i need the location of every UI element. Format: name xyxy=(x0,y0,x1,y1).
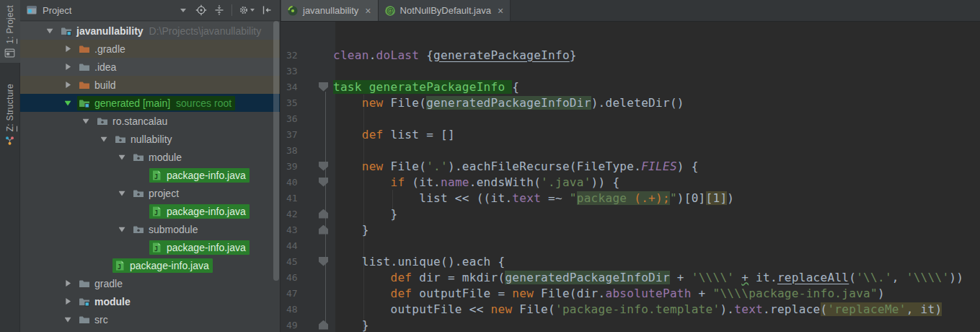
tree-row-idea[interactable]: .idea xyxy=(20,58,280,76)
collapse-all-button[interactable] xyxy=(213,4,225,16)
tree-scrollbar-thumb[interactable] xyxy=(273,21,279,281)
expand-arrow[interactable] xyxy=(94,136,113,142)
fold-column xyxy=(319,51,328,60)
tree-item-label: src xyxy=(94,314,108,326)
code-line-38[interactable]: 38 xyxy=(281,142,980,158)
tree-row-ro-stancalau[interactable]: ro.stancalau xyxy=(20,112,280,130)
code-line-37[interactable]: 37 def list = [] xyxy=(281,126,980,142)
expand-arrow[interactable] xyxy=(112,226,131,232)
tree-row-module[interactable]: module xyxy=(20,292,280,310)
fold-marker-icon[interactable] xyxy=(319,225,328,235)
expand-arrow[interactable] xyxy=(58,280,77,287)
tree-item-label: .idea xyxy=(94,61,116,73)
expand-arrow[interactable] xyxy=(112,154,131,160)
tree-item: build xyxy=(77,78,120,92)
fold-marker-icon[interactable] xyxy=(319,320,328,330)
tree-row-package-info-java[interactable]: Jpackage-info.java xyxy=(20,202,280,220)
tree-item-label: generated [main] xyxy=(94,97,170,109)
code-text: new File(generatedPackageInfoDir).delete… xyxy=(333,96,684,110)
tree-row-module[interactable]: module xyxy=(20,148,280,166)
expand-arrow[interactable] xyxy=(58,64,77,70)
code-line-32[interactable]: 32clean.doLast {generatePackageInfo} xyxy=(281,47,980,63)
chevron-down-icon xyxy=(180,9,186,12)
tree-item-label: javanullability xyxy=(76,25,144,37)
tree-row-submodule[interactable]: submodule xyxy=(20,220,280,238)
tree-item: submodule xyxy=(131,222,202,237)
code-text: new File('.').eachFileRecurse(FileType.F… xyxy=(333,160,699,173)
tree-row-src[interactable]: src xyxy=(20,310,280,328)
locate-file-button[interactable] xyxy=(195,4,207,16)
code-line-48[interactable]: 48 outputFile << new File('package-info.… xyxy=(281,301,980,317)
tree-row-package-info-java[interactable]: Jpackage-info.java xyxy=(20,238,280,256)
tab-javanullability[interactable]: javanullability× xyxy=(281,0,379,21)
code-line-47[interactable]: 47 def outputFile = new File(dir.absolut… xyxy=(281,285,980,301)
tree-row-project[interactable]: project xyxy=(20,184,280,202)
fold-column xyxy=(319,241,328,250)
toolwindow-bar: 1: ProjectZ: Structure xyxy=(0,0,20,332)
tree-row-package-info-java[interactable]: Jpackage-info.java xyxy=(20,256,280,274)
code-line-46[interactable]: 46 def dir = mkdir(generatedPackageInfoD… xyxy=(281,269,980,285)
tree-item-label: project xyxy=(149,188,179,199)
structure-tool-icon xyxy=(4,135,15,146)
fold-marker-icon[interactable] xyxy=(319,82,328,92)
fold-column xyxy=(319,162,328,171)
code-line-45[interactable]: 45 list.unique().each { xyxy=(281,253,980,269)
expand-arrow[interactable] xyxy=(58,298,77,305)
line-number: 46 xyxy=(286,272,301,283)
project-panel: Project javanullabilityD:\Projects\javan… xyxy=(20,0,281,332)
expand-arrow[interactable] xyxy=(58,100,77,106)
fold-marker-icon[interactable] xyxy=(319,209,328,219)
tab-notnullbydefault-java[interactable]: @NotNullByDefault.java× xyxy=(379,0,511,21)
expand-arrow[interactable] xyxy=(58,82,77,88)
project-tree: javanullabilityD:\Projects\javanullabili… xyxy=(20,21,280,332)
close-icon[interactable]: × xyxy=(365,6,371,16)
fold-marker-icon[interactable] xyxy=(319,257,328,266)
code-line-41[interactable]: 41 list << ((it.text =~ "package (.+);")… xyxy=(281,190,980,206)
settings-button[interactable] xyxy=(239,4,255,16)
hide-panel-button[interactable] xyxy=(261,4,273,16)
gradle-icon xyxy=(287,5,299,17)
fold-marker-icon[interactable] xyxy=(319,162,328,171)
expand-arrow[interactable] xyxy=(40,27,59,34)
toolwindow-button--project[interactable]: 1: Project xyxy=(0,0,20,63)
expand-arrow[interactable] xyxy=(76,118,95,124)
code-line-40[interactable]: 40 if (it.name.endsWith('.java')) { xyxy=(281,174,980,190)
toolwindow-label: Z: Structure xyxy=(5,84,15,131)
code-line-42[interactable]: 42 } xyxy=(281,206,980,222)
expand-arrow[interactable] xyxy=(58,316,77,323)
tree-row-nullability[interactable]: nullability xyxy=(20,130,280,148)
code-line-33[interactable]: 33 xyxy=(281,63,980,79)
fold-column xyxy=(319,98,328,108)
chevron-down-icon xyxy=(250,9,255,12)
tree-item-label: module xyxy=(149,152,182,163)
code-editor[interactable]: 32clean.doLast {generatePackageInfo}3334… xyxy=(281,22,980,332)
code-text: clean.doLast {generatePackageInfo} xyxy=(333,48,577,62)
tree-row-gradle[interactable]: .gradle xyxy=(20,40,280,58)
tree-row-generated-main[interactable]: generated [main]sources root xyxy=(20,94,280,112)
code-line-35[interactable]: 35 new File(generatedPackageInfoDir).del… xyxy=(281,95,980,110)
close-icon[interactable]: × xyxy=(498,6,503,16)
toolwindow-button-z-structure[interactable]: Z: Structure xyxy=(0,79,20,150)
code-line-36[interactable]: 36 xyxy=(281,110,980,126)
highlighted-item: Jpackage-info.java xyxy=(112,258,213,273)
expand-arrow[interactable] xyxy=(58,45,77,52)
tree-row-gradle[interactable]: gradle xyxy=(20,274,280,292)
tree-item-label: ro.stancalau xyxy=(112,115,167,127)
tree-row-javanullability[interactable]: javanullabilityD:\Projects\javanullabili… xyxy=(20,22,280,40)
project-view-combo[interactable]: Project xyxy=(26,4,186,16)
expand-arrow[interactable] xyxy=(112,190,131,196)
fold-column xyxy=(319,257,328,266)
tree-row-build[interactable]: build xyxy=(20,76,280,94)
tree-row-package-info-java[interactable]: Jpackage-info.java xyxy=(20,166,280,184)
code-line-43[interactable]: 43 } xyxy=(281,222,980,237)
fold-column xyxy=(319,178,328,187)
code-line-39[interactable]: 39 new File('.').eachFileRecurse(FileTyp… xyxy=(281,158,980,174)
line-number: 37 xyxy=(286,129,301,140)
code-line-44[interactable]: 44 xyxy=(281,237,980,253)
tree-item-label: package-info.java xyxy=(130,260,209,271)
code-line-49[interactable]: 49 } xyxy=(281,317,980,332)
code-line-34[interactable]: 34task generatePackageInfo { xyxy=(281,79,980,95)
line-number: 42 xyxy=(286,209,301,219)
highlighted-item: Jpackage-info.java xyxy=(149,240,250,255)
fold-marker-icon[interactable] xyxy=(319,178,328,187)
